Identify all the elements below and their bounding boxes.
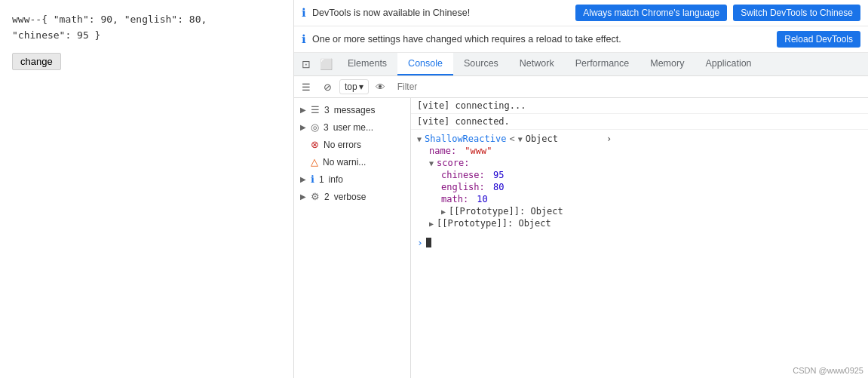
name-key: name: bbox=[429, 146, 456, 156]
expand-arrow-right[interactable]: › bbox=[606, 134, 612, 144]
proto2-text: [[Prototype]]: Object bbox=[437, 218, 551, 229]
console-body: ▶ ☰ 3 messages ▶ ◎ 3 user me... ▶ ⊗ No e… bbox=[294, 98, 868, 378]
tab-memory[interactable]: Memory bbox=[639, 53, 695, 75]
obj-name-line: name: "www" bbox=[417, 145, 862, 157]
obj-english-line: english: 80 bbox=[417, 181, 862, 193]
tab-bar: ⊡ ⬜ Elements Console Sources Network Per… bbox=[294, 53, 868, 76]
left-panel: www--{ "math": 90, "english": 80, "chine… bbox=[0, 0, 294, 378]
messages-icon: ☰ bbox=[311, 104, 320, 115]
msg-item-verbose[interactable]: ▶ ⚙ 2 verbose bbox=[294, 188, 410, 205]
english-key: english: bbox=[441, 182, 485, 192]
error-icon: ⊗ bbox=[311, 139, 319, 150]
math-key: math: bbox=[441, 194, 468, 204]
score-collapse[interactable]: ▼ bbox=[429, 159, 434, 167]
proto1-text: [[Prototype]]: Object bbox=[449, 206, 563, 217]
watermark: CSDN @www0925 bbox=[793, 366, 863, 375]
msg-item-messages[interactable]: ▶ ☰ 3 messages bbox=[294, 101, 410, 118]
live-expressions-icon[interactable]: 👁 bbox=[372, 78, 390, 96]
sidebar-toggle-icon[interactable]: ☰ bbox=[297, 78, 315, 96]
collapse-icon[interactable]: ▼ bbox=[417, 135, 422, 143]
info-icon-1: ℹ bbox=[302, 6, 306, 20]
cursor bbox=[426, 238, 431, 247]
tab-network[interactable]: Network bbox=[509, 53, 565, 75]
expand-icon-2: ▶ bbox=[300, 123, 306, 131]
warning-icon: △ bbox=[311, 156, 318, 167]
notification-bar-1: ℹ DevTools is now available in Chinese! … bbox=[294, 0, 868, 26]
notification-text-2: One or more settings have changed which … bbox=[312, 34, 771, 45]
info-msg-icon: ℹ bbox=[311, 174, 314, 185]
msg-item-errors[interactable]: ▶ ⊗ No errors bbox=[294, 136, 410, 153]
notification-bar-2: ℹ One or more settings have changed whic… bbox=[294, 26, 868, 53]
expand-icon-3: ▶ bbox=[300, 175, 306, 183]
console-output: [vite] connecting... [vite] connected. ▼… bbox=[411, 98, 868, 378]
expand-icon: ▶ bbox=[300, 106, 306, 114]
reload-devtools-button[interactable]: Reload DevTools bbox=[777, 31, 860, 48]
math-val: 10 bbox=[471, 194, 488, 204]
msg-item-warnings[interactable]: ▶ △ No warni... bbox=[294, 153, 410, 171]
tab-sources[interactable]: Sources bbox=[453, 53, 509, 75]
console-toolbar: ☰ ⊘ top ▾ 👁 bbox=[294, 76, 868, 98]
console-prompt[interactable]: › bbox=[411, 232, 868, 253]
score-key: score: bbox=[437, 158, 469, 168]
always-match-language-button[interactable]: Always match Chrome's language bbox=[575, 5, 727, 21]
chinese-key: chinese: bbox=[441, 170, 485, 180]
tab-performance[interactable]: Performance bbox=[565, 53, 640, 75]
obj-proto2-line: ▶ [[Prototype]]: Object bbox=[417, 217, 862, 229]
tab-application[interactable]: Application bbox=[695, 53, 762, 75]
device-icon[interactable]: ⬜ bbox=[315, 54, 337, 75]
obj-class-line: ▼ ShallowReactive < ▼ Object › bbox=[417, 133, 862, 145]
expand-icon-4: ▶ bbox=[300, 192, 306, 201]
msg-item-info[interactable]: ▶ ℹ 1 info bbox=[294, 171, 410, 188]
english-val: 80 bbox=[488, 182, 505, 192]
verbose-icon: ⚙ bbox=[311, 191, 320, 202]
console-line-connected: [vite] connected. bbox=[411, 114, 868, 130]
message-sidebar: ▶ ☰ 3 messages ▶ ◎ 3 user me... ▶ ⊗ No e… bbox=[294, 98, 411, 378]
object-output: ▼ ShallowReactive < ▼ Object › name: "ww… bbox=[411, 130, 868, 232]
tab-elements[interactable]: Elements bbox=[337, 53, 397, 75]
devtools-panel: ℹ DevTools is now available in Chinese! … bbox=[294, 0, 868, 378]
name-val: "www" bbox=[459, 146, 492, 156]
console-line-connecting: [vite] connecting... bbox=[411, 98, 868, 114]
tab-console[interactable]: Console bbox=[397, 53, 453, 75]
chevron-down-icon: ▾ bbox=[359, 81, 363, 92]
code-display: www--{ "math": 90, "english": 80, "chine… bbox=[12, 12, 281, 44]
obj-score-line: ▼ score: bbox=[417, 157, 862, 169]
obj-math-line: math: 10 bbox=[417, 193, 862, 205]
context-selector[interactable]: top ▾ bbox=[339, 79, 369, 94]
notification-text-1: DevTools is now available in Chinese! bbox=[312, 8, 569, 18]
msg-item-user[interactable]: ▶ ◎ 3 user me... bbox=[294, 118, 410, 136]
context-label: top bbox=[345, 81, 357, 92]
chinese-val: 95 bbox=[488, 170, 505, 180]
filter-input[interactable] bbox=[393, 79, 865, 94]
obj-chinese-line: chinese: 95 bbox=[417, 169, 862, 181]
obj-proto1-line: ▶ [[Prototype]]: Object bbox=[417, 205, 862, 217]
code-line-1: www--{ "math": 90, "english": 80, bbox=[12, 12, 281, 28]
user-icon: ◎ bbox=[311, 121, 319, 133]
inspect-icon[interactable]: ⊡ bbox=[297, 54, 315, 75]
change-button[interactable]: change bbox=[12, 53, 61, 70]
obj-class-name: ShallowReactive bbox=[425, 134, 506, 144]
info-icon-2: ℹ bbox=[302, 32, 306, 46]
code-line-2: "chinese": 95 } bbox=[12, 28, 281, 44]
switch-to-chinese-button[interactable]: Switch DevTools to Chinese bbox=[733, 5, 860, 21]
inner-expand[interactable]: ▼ bbox=[518, 135, 523, 143]
proto1-expand[interactable]: ▶ bbox=[441, 207, 446, 216]
clear-console-icon[interactable]: ⊘ bbox=[318, 78, 336, 96]
proto2-expand[interactable]: ▶ bbox=[429, 220, 434, 228]
prompt-arrow-icon: › bbox=[417, 237, 423, 248]
